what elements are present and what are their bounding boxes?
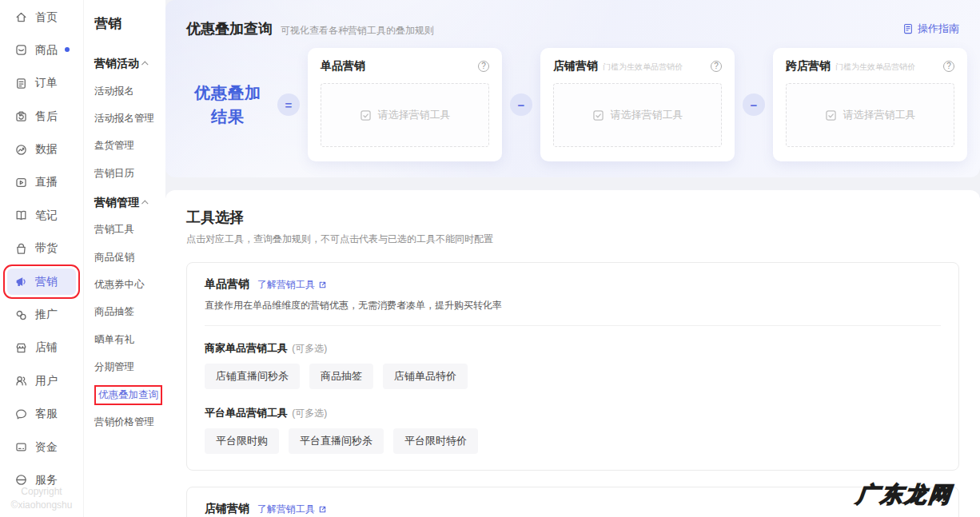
stack-card-title: 单品营销 bbox=[321, 59, 365, 74]
sidebar-item-售后[interactable]: 售后 bbox=[7, 103, 76, 129]
learn-tools-label: 了解营销工具 bbox=[257, 503, 315, 516]
banner-header: 优惠叠加查询 可视化查看各种营销工具的叠加规则 操作指南 bbox=[165, 0, 980, 38]
sidebar-item-带货[interactable]: 带货 bbox=[7, 236, 76, 262]
submenu-group-营销管理[interactable]: 营销管理 bbox=[94, 189, 161, 217]
sidebar-item-首页[interactable]: 首页 bbox=[7, 4, 76, 30]
submenu-group-营销活动[interactable]: 营销活动 bbox=[94, 50, 161, 78]
select-tool-placeholder[interactable]: 请选择营销工具 bbox=[553, 83, 722, 147]
submenu-item-分期管理[interactable]: 分期管理 bbox=[94, 354, 161, 381]
sidebar-item-店铺[interactable]: 店铺 bbox=[7, 335, 76, 361]
checkbox-icon bbox=[360, 109, 372, 121]
page-title: 优惠叠加查询 bbox=[186, 19, 273, 38]
tool-chip-平台直播间秒杀[interactable]: 平台直播间秒杀 bbox=[289, 428, 384, 454]
tool-group-label: 平台单品营销工具 (可多选) bbox=[205, 405, 941, 420]
submenu-item-商品促销[interactable]: 商品促销 bbox=[94, 244, 161, 271]
minus-operator: − bbox=[510, 93, 532, 116]
stack-card-header: 店铺营销门槛为生效单品营销价? bbox=[553, 59, 722, 74]
submenu-item-营销工具[interactable]: 营销工具 bbox=[94, 217, 161, 244]
tool-group-note: (可多选) bbox=[289, 343, 327, 354]
sidebar-item-订单[interactable]: 订单 bbox=[7, 70, 76, 97]
help-icon[interactable]: ? bbox=[711, 61, 722, 72]
select-tool-placeholder[interactable]: 请选择营销工具 bbox=[786, 83, 954, 147]
submenu-item-盘货管理[interactable]: 盘货管理 bbox=[94, 133, 161, 160]
sidebar-item-label: 带货 bbox=[35, 241, 58, 256]
tool-chip-店铺直播间秒杀[interactable]: 店铺直播间秒杀 bbox=[205, 364, 300, 389]
sidebar-item-推广[interactable]: 推广 bbox=[7, 302, 76, 328]
submenu-item-活动报名[interactable]: 活动报名 bbox=[94, 78, 161, 105]
sidebar-item-label: 首页 bbox=[35, 10, 58, 25]
page-subtitle: 可视化查看各种营销工具的叠加规则 bbox=[281, 21, 434, 38]
copyright: Copyright ©xiaohongshu bbox=[0, 485, 83, 512]
help-icon[interactable]: ? bbox=[478, 61, 489, 72]
minus-operator: − bbox=[743, 93, 765, 116]
tool-selection-title: 工具选择 bbox=[186, 208, 959, 227]
submenu-item-晒单有礼[interactable]: 晒单有礼 bbox=[94, 326, 161, 353]
tool-card-title: 店铺营销 bbox=[205, 502, 249, 516]
discount-stack-banner: 优惠叠加查询 可视化查看各种营销工具的叠加规则 操作指南 优惠叠加 结果 =单品… bbox=[165, 0, 980, 177]
tool-cards: 单品营销了解营销工具直接作用在单品维维度的营销优惠，无需消费者凑单，提升购买转化… bbox=[186, 262, 959, 517]
divider bbox=[205, 325, 941, 326]
select-tool-placeholder[interactable]: 请选择营销工具 bbox=[321, 83, 489, 147]
submenu-item-活动报名管理[interactable]: 活动报名管理 bbox=[94, 105, 161, 132]
sidebar-item-label: 推广 bbox=[35, 308, 58, 322]
submenu-group-label: 营销活动 bbox=[94, 57, 139, 71]
tool-chip-row: 平台限时购平台直播间秒杀平台限时特价 bbox=[205, 428, 941, 454]
copyright-line2: ©xiaohongshu bbox=[0, 499, 83, 512]
stack-result-label: 优惠叠加 结果 bbox=[186, 81, 269, 129]
help-icon[interactable]: ? bbox=[943, 61, 954, 72]
sidebar-item-客服[interactable]: 客服 bbox=[7, 401, 76, 428]
sidebar-item-营销[interactable]: 营销 bbox=[7, 268, 76, 295]
sidebar-item-label: 数据 bbox=[35, 142, 58, 157]
submenu-group-label: 营销管理 bbox=[94, 196, 139, 210]
tool-group-label: 商家单品营销工具 (可多选) bbox=[205, 340, 941, 356]
submenu-item-营销日历[interactable]: 营销日历 bbox=[94, 160, 161, 187]
sidebar-item-label: 营销 bbox=[35, 275, 58, 289]
sidebar-item-label: 售后 bbox=[35, 109, 58, 124]
submenu-item-商品抽签[interactable]: 商品抽签 bbox=[94, 299, 161, 326]
banner-cards: =单品营销?请选择营销工具−店铺营销门槛为生效单品营销价?请选择营销工具−跨店营… bbox=[269, 48, 967, 161]
tool-chip-平台限时购[interactable]: 平台限时购 bbox=[205, 428, 279, 454]
sidebar-item-笔记[interactable]: 笔记 bbox=[7, 202, 76, 229]
sidebar-item-资金[interactable]: 资金 bbox=[7, 434, 76, 460]
primary-nav: 首页商品订单售后数据直播笔记带货营销推广店铺用户客服资金服务 bbox=[0, 4, 83, 493]
submenu-item-优惠叠加查询[interactable]: 优惠叠加查询 bbox=[94, 381, 161, 408]
guide-link[interactable]: 操作指南 bbox=[902, 22, 959, 36]
live-icon bbox=[14, 176, 28, 189]
tool-selection-panel: 工具选择 点击对应工具，查询叠加规则，不可点击代表与已选的工具不能同时配置 单品… bbox=[165, 190, 980, 517]
stack-card-单品营销: 单品营销?请选择营销工具 bbox=[308, 48, 502, 161]
document-icon bbox=[902, 23, 914, 34]
sidebar-item-用户[interactable]: 用户 bbox=[7, 368, 76, 394]
tool-chip-店铺单品特价[interactable]: 店铺单品特价 bbox=[383, 364, 468, 389]
submenu-item-label: 营销日历 bbox=[94, 167, 134, 181]
sidebar-item-商品[interactable]: 商品 bbox=[7, 37, 76, 63]
tool-group-note: (可多选) bbox=[289, 408, 327, 419]
submenu-item-营销价格管理[interactable]: 营销价格管理 bbox=[94, 408, 161, 435]
goods-bag-icon bbox=[14, 242, 28, 256]
stack-card-header: 跨店营销门槛为生效单品营销价? bbox=[786, 59, 954, 74]
sidebar-item-数据[interactable]: 数据 bbox=[7, 137, 76, 163]
learn-tools-link[interactable]: 了解营销工具 bbox=[257, 278, 327, 292]
aftersale-icon bbox=[14, 109, 28, 123]
secondary-sidebar: 营销 营销活动活动报名活动报名管理盘货管理营销日历营销管理营销工具商品促销优惠券… bbox=[83, 0, 165, 517]
sidebar-item-直播[interactable]: 直播 bbox=[7, 169, 76, 196]
equals-operator: = bbox=[277, 93, 300, 116]
sidebar-item-label: 客服 bbox=[35, 407, 58, 421]
learn-tools-label: 了解营销工具 bbox=[257, 278, 315, 292]
sidebar-item-label: 用户 bbox=[35, 374, 58, 388]
tool-selection-subtitle: 点击对应工具，查询叠加规则，不可点击代表与已选的工具不能同时配置 bbox=[186, 233, 959, 246]
home-icon bbox=[14, 10, 28, 24]
submenu-item-label: 分期管理 bbox=[94, 360, 134, 374]
sidebar-item-label: 笔记 bbox=[35, 209, 58, 223]
data-icon bbox=[14, 143, 28, 157]
submenu-item-label: 优惠叠加查询 bbox=[94, 385, 162, 405]
main-content: 优惠叠加查询 可视化查看各种营销工具的叠加规则 操作指南 优惠叠加 结果 =单品… bbox=[165, 0, 980, 517]
tool-chip-row: 店铺直播间秒杀商品抽签店铺单品特价 bbox=[205, 364, 941, 389]
tool-chip-商品抽签[interactable]: 商品抽签 bbox=[309, 364, 373, 389]
submenu-item-优惠券中心[interactable]: 优惠券中心 bbox=[94, 271, 161, 298]
submenu-title: 营销 bbox=[94, 14, 161, 33]
megaphone-icon bbox=[14, 275, 28, 288]
notification-dot bbox=[65, 47, 70, 52]
tool-chip-平台限时特价[interactable]: 平台限时特价 bbox=[393, 428, 478, 454]
stack-card-跨店营销: 跨店营销门槛为生效单品营销价?请选择营销工具 bbox=[773, 48, 967, 161]
learn-tools-link[interactable]: 了解营销工具 bbox=[257, 503, 327, 516]
